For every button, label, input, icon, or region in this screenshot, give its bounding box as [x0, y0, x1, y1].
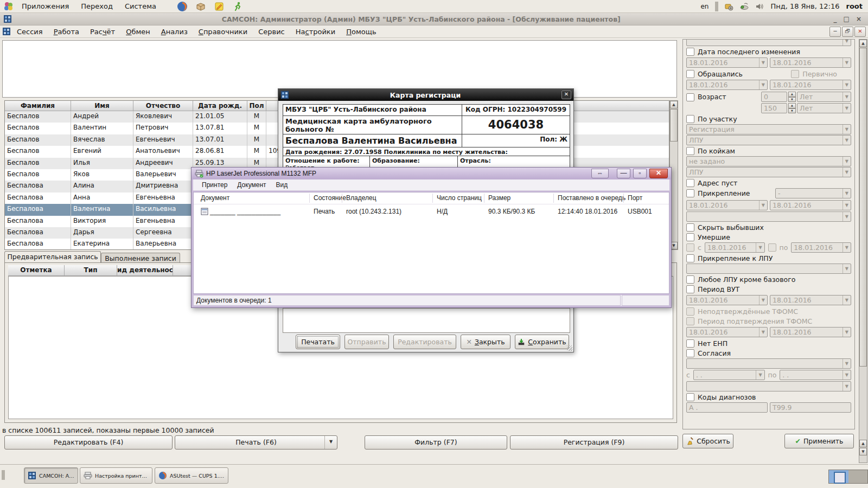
scroll-thumb[interactable] — [670, 109, 678, 142]
vut-checkbox[interactable] — [686, 285, 694, 293]
pcol-pages[interactable]: Число страниц — [437, 194, 482, 202]
tfoms-date-from[interactable]: 18.01.2016▼ — [686, 327, 768, 337]
diag-to-input[interactable]: Т99.9 — [770, 402, 851, 413]
mdi-close-button[interactable]: ✕ — [854, 27, 866, 37]
attach-checkbox[interactable] — [686, 189, 694, 197]
diag-codes-checkbox[interactable] — [686, 393, 694, 401]
beds-lpu-combo[interactable]: ЛПУ▼ — [686, 167, 851, 177]
network-tray-icon[interactable] — [740, 2, 749, 11]
mdi-child-icon[interactable] — [2, 27, 11, 36]
card-notes-area[interactable] — [283, 308, 570, 333]
attach-lpu-combo[interactable]: ▼ — [686, 264, 851, 274]
attach-date-to[interactable]: 18.01.2016▼ — [770, 200, 851, 210]
menu-reference[interactable]: Справочники — [194, 27, 252, 37]
panel-menu-places[interactable]: Переход — [76, 1, 117, 11]
attach-kind-combo[interactable]: -▼ — [775, 188, 851, 198]
keyboard-layout-indicator[interactable]: en — [700, 3, 709, 10]
job-name[interactable]: _______ ____________ — [210, 208, 280, 215]
age-to-spin-buttons[interactable]: ▲▼ — [788, 103, 796, 113]
area-registration-combo[interactable]: Регистрация▼ — [686, 124, 851, 134]
dead-from-checkbox[interactable] — [686, 243, 694, 252]
menu-settings[interactable]: Настройки — [291, 27, 340, 37]
workspace-scrollbar[interactable]: ▲ ▲ ▼ — [859, 39, 867, 463]
filter-button[interactable]: Фильтр (F7) — [365, 435, 507, 450]
menu-work[interactable]: Работа — [49, 27, 84, 37]
window-close-button[interactable]: × — [853, 15, 865, 23]
visited-date-to[interactable]: 18.01.2016▼ — [770, 80, 851, 90]
package-launcher-icon[interactable] — [195, 1, 206, 12]
firefox-launcher-icon[interactable] — [177, 1, 188, 12]
print-close-button[interactable]: ✕ — [649, 169, 668, 178]
by-beds-checkbox[interactable] — [686, 147, 694, 155]
dead-date-from[interactable]: 18.01.2016▼ — [705, 242, 765, 253]
col-birthdate[interactable]: Дата рожд. — [193, 101, 247, 111]
card-save-button[interactable]: Сохранить — [515, 335, 569, 349]
age-from-spin[interactable]: 0 — [761, 92, 787, 102]
window-minimize-button[interactable]: _ — [831, 15, 840, 23]
menu-analysis[interactable]: Анализ — [156, 27, 193, 37]
print-maximize-button[interactable]: ▫ — [633, 169, 647, 178]
taskbar-item-samson[interactable]: САМСОН: Администрато... — [24, 467, 78, 484]
pcol-owner[interactable]: Владелец — [346, 194, 376, 202]
card-print-button[interactable]: Печатать — [296, 335, 340, 349]
taskbar-handle[interactable] — [2, 470, 5, 480]
last-change-date-to[interactable]: 18.01.2016▼ — [770, 57, 851, 68]
wine-system-button[interactable]: ⇔ — [591, 169, 609, 178]
panel-clock[interactable]: Пнд, 18 Янв, 12:16 — [770, 2, 839, 10]
card-edit-button[interactable]: Редактировать — [393, 335, 456, 349]
age-to-spin[interactable]: 150 — [761, 103, 787, 113]
pcol-port[interactable]: Порт — [628, 194, 642, 202]
card-dialog-titlebar[interactable]: Карта регистраци ✕ — [278, 89, 573, 101]
card-close-icon[interactable]: ✕ — [561, 91, 571, 99]
visited-checkbox[interactable] — [686, 70, 694, 78]
beds-notset-combo[interactable]: не задано▼ — [686, 156, 851, 166]
card-send-button[interactable]: Отправить — [344, 335, 389, 349]
consents-checkbox[interactable] — [686, 349, 694, 357]
menu-service[interactable]: Сервис — [253, 27, 290, 37]
area-lpu-combo[interactable]: ЛПУ▼ — [686, 135, 851, 145]
edit-button[interactable]: Редактировать (F4) — [4, 435, 173, 450]
age-checkbox[interactable] — [686, 93, 694, 101]
vut-date-from[interactable]: 18.01.2016▼ — [686, 295, 768, 305]
distro-menu-icon[interactable] — [3, 1, 14, 12]
by-area-checkbox[interactable] — [686, 115, 694, 123]
mdi-restore-button[interactable]: 🗗 — [842, 27, 853, 37]
dead-checkbox[interactable] — [686, 233, 694, 241]
print-menu-document[interactable]: Документ — [233, 181, 270, 189]
attach-date-from[interactable]: 18.01.2016▼ — [686, 200, 768, 210]
dead-to-checkbox[interactable] — [768, 243, 776, 252]
print-dialog-titlebar[interactable]: HP LaserJet Professional M1132 MFP ⇔ — ▫… — [192, 168, 671, 179]
confirm-tfoms-checkbox[interactable] — [686, 317, 694, 325]
main-window-titlebar[interactable]: САМСОН: Администратор (Админ) МБУЗ "ЦРБ"… — [0, 13, 868, 25]
attach-lpu-checkbox[interactable] — [686, 254, 694, 262]
scroll-up-arrow[interactable]: ▲ — [670, 101, 678, 108]
print-minimize-button[interactable]: — — [617, 169, 630, 178]
vut-date-to[interactable]: 18.01.2016▼ — [770, 295, 851, 305]
col-mark[interactable]: Отметка — [8, 265, 65, 276]
window-maximize-button[interactable]: □ — [840, 15, 853, 23]
panel-menu-system[interactable]: Система — [120, 1, 161, 11]
print-menu-view[interactable]: Вид — [272, 181, 292, 189]
panel-menu-applications[interactable]: Приложения — [17, 1, 73, 11]
tab-execution[interactable]: Выполнение записи — [101, 253, 180, 262]
consents-type-combo[interactable]: ▼ — [686, 358, 851, 369]
tfoms-date-to[interactable]: 18.01.2016▼ — [770, 327, 851, 337]
menu-help[interactable]: Помощь — [341, 27, 381, 37]
age-to-unit-combo[interactable]: Лет▼ — [797, 103, 851, 113]
last-change-date-from[interactable]: 18.01.2016▼ — [686, 57, 768, 68]
col-patronymic[interactable]: Отчество — [133, 101, 193, 111]
age-from-spin-buttons[interactable]: ▲▼ — [788, 92, 796, 102]
primary-checkbox[interactable] — [791, 70, 799, 78]
volume-tray-icon[interactable] — [755, 2, 764, 11]
mdi-minimize-button[interactable]: ─ — [829, 27, 841, 37]
any-lpu-checkbox[interactable] — [686, 275, 694, 284]
consents-date-to[interactable]: . .▼ — [780, 370, 851, 380]
col-activity[interactable]: ид деятельност — [117, 265, 173, 276]
print-job-list[interactable]: Документ Состояние Владелец Число страни… — [193, 192, 669, 294]
consents-date-from[interactable]: . .▼ — [693, 370, 765, 380]
col-surname[interactable]: Фамилия — [5, 101, 71, 111]
taskbar-item-cups[interactable]: ASUtest — CUPS 1.4.2 - M... — [155, 467, 228, 484]
hide-left-checkbox[interactable] — [686, 223, 694, 232]
menu-exchange[interactable]: Обмен — [121, 27, 155, 37]
col-name[interactable]: Имя — [71, 101, 133, 111]
